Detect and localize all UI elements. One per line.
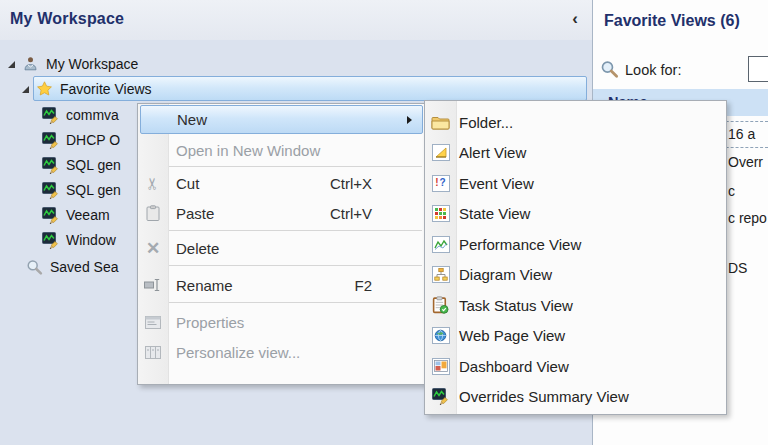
menu-item-label: Rename — [176, 277, 233, 294]
event-view-icon: !? — [432, 175, 450, 192]
menu-item-shortcut: Ctrl+V — [330, 205, 372, 222]
menu-separator — [169, 166, 422, 167]
menu-item-shortcut: F2 — [354, 277, 372, 294]
list-row[interactable]: Overr — [728, 150, 763, 174]
menu-item-cut[interactable]: Cut Ctrl+X — [138, 168, 425, 198]
tree-item-view[interactable]: SQL gen — [42, 154, 121, 176]
submenu-item-label: Diagram View — [459, 266, 552, 283]
right-pane-title: Favorite Views (6) — [604, 12, 740, 30]
overrides-view-icon — [42, 232, 59, 249]
tree-item-view[interactable]: DHCP O — [42, 129, 120, 151]
look-for-input[interactable] — [748, 56, 768, 82]
expander-icon[interactable] — [22, 86, 29, 93]
menu-item-label: Cut — [176, 175, 199, 192]
overrides-view-icon — [42, 207, 59, 224]
diagram-view-icon — [432, 266, 450, 283]
menu-item-delete[interactable]: Delete — [138, 233, 425, 263]
expander-icon[interactable] — [8, 61, 15, 68]
submenu-item-web-page-view[interactable]: Web Page View — [425, 320, 726, 350]
magnifier-icon — [26, 259, 43, 276]
menu-item-label: New — [177, 111, 207, 128]
menu-separator — [169, 265, 422, 266]
submenu-item-label: Web Page View — [459, 327, 565, 344]
submenu-item-event-view[interactable]: !? Event View — [425, 168, 726, 198]
submenu-item-performance-view[interactable]: Performance View — [425, 229, 726, 259]
list-row-text: DS — [728, 260, 747, 276]
tree-item-label: SQL gen — [66, 157, 121, 173]
submenu-item-label: Folder... — [459, 114, 513, 131]
tree-item-label: commva — [66, 107, 119, 123]
menu-item-personalize-view[interactable]: Personalize view... — [138, 337, 425, 367]
scom-my-workspace-screen: My Workspace ‹ My Workspace Favorite Vie… — [0, 0, 768, 445]
menu-item-new[interactable]: New — [140, 105, 423, 134]
overrides-view-icon — [42, 107, 59, 124]
menu-item-label: Open in New Window — [176, 142, 320, 159]
menu-separator — [169, 302, 422, 303]
dashboard-view-icon — [432, 358, 450, 375]
left-pane-header: My Workspace ‹ — [0, 0, 592, 40]
list-row[interactable]: c — [728, 179, 735, 203]
menu-separator — [169, 230, 422, 231]
submenu-item-overrides-summary-view[interactable]: Overrides Summary View — [425, 381, 726, 411]
context-menu: New Open in New Window ✂ Cut Ctrl+X Past… — [137, 103, 426, 385]
submenu-item-folder[interactable]: Folder... — [425, 107, 726, 137]
submenu-item-state-view[interactable]: State View — [425, 198, 726, 228]
list-row[interactable]: DS — [728, 256, 747, 280]
menu-item-open-in-new-window[interactable]: Open in New Window — [138, 135, 425, 165]
tree-item-label: Favorite Views — [60, 81, 152, 97]
tree-item-my-workspace[interactable]: My Workspace — [8, 53, 138, 75]
overrides-view-icon — [42, 157, 59, 174]
folder-icon — [431, 115, 450, 130]
menu-item-rename[interactable]: Rename F2 — [138, 270, 425, 300]
submenu-item-label: Event View — [459, 175, 534, 192]
submenu-item-label: State View — [459, 205, 530, 222]
list-row-text: 16 a — [728, 126, 755, 142]
menu-item-label: Paste — [176, 205, 214, 222]
submenu-arrow-icon — [407, 116, 412, 124]
task-status-view-icon — [432, 296, 449, 314]
menu-item-shortcut: Ctrl+X — [330, 175, 372, 192]
person-icon — [22, 56, 39, 72]
overrides-view-icon — [42, 182, 59, 199]
tree-item-label: DHCP O — [66, 132, 120, 148]
menu-item-properties[interactable]: Properties — [138, 307, 425, 337]
menu-item-label: Delete — [176, 240, 219, 257]
tree-item-saved-searches[interactable]: Saved Sea — [26, 256, 119, 278]
submenu-item-dashboard-view[interactable]: Dashboard View — [425, 351, 726, 381]
tree-item-label: Window — [66, 232, 116, 248]
submenu-item-alert-view[interactable]: Alert View — [425, 137, 726, 167]
collapse-pane-button[interactable]: ‹ — [572, 8, 578, 30]
list-row-text: c — [728, 183, 735, 199]
tree-item-view[interactable]: commva — [42, 104, 119, 126]
submenu-item-diagram-view[interactable]: Diagram View — [425, 259, 726, 289]
submenu-item-label: Alert View — [459, 144, 526, 161]
state-view-icon — [432, 205, 450, 222]
left-pane-title: My Workspace — [10, 10, 124, 28]
submenu-item-label: Dashboard View — [459, 358, 569, 375]
list-row-text: c repo — [728, 210, 767, 226]
tree-item-label: SQL gen — [66, 182, 121, 198]
tree-item-favorite-views[interactable]: Favorite Views — [22, 78, 152, 100]
web-page-view-icon — [432, 327, 450, 344]
look-for-label: Look for: — [625, 62, 681, 78]
tree-item-label: Saved Sea — [50, 259, 119, 275]
new-submenu: Folder... Alert View !? Event View — [424, 100, 727, 415]
list-row-text: Overr — [728, 154, 763, 170]
submenu-item-task-status-view[interactable]: Task Status View — [425, 290, 726, 320]
tree-item-view[interactable]: Veeam — [42, 204, 110, 226]
submenu-item-label: Task Status View — [459, 297, 573, 314]
alert-view-icon — [432, 144, 450, 161]
tree-item-label: Veeam — [66, 207, 110, 223]
submenu-item-label: Performance View — [459, 236, 581, 253]
submenu-item-label: Overrides Summary View — [459, 388, 629, 405]
menu-item-label: Properties — [176, 314, 244, 331]
list-row[interactable]: c repo — [728, 206, 767, 230]
overrides-summary-view-icon — [432, 388, 449, 405]
overrides-view-icon — [42, 132, 59, 149]
tree-item-label: My Workspace — [46, 56, 138, 72]
performance-view-icon — [432, 236, 450, 253]
look-for-search-icon — [600, 60, 619, 79]
tree-item-view[interactable]: SQL gen — [42, 179, 121, 201]
menu-item-paste[interactable]: Paste Ctrl+V — [138, 198, 425, 228]
tree-item-view[interactable]: Window — [42, 229, 116, 251]
